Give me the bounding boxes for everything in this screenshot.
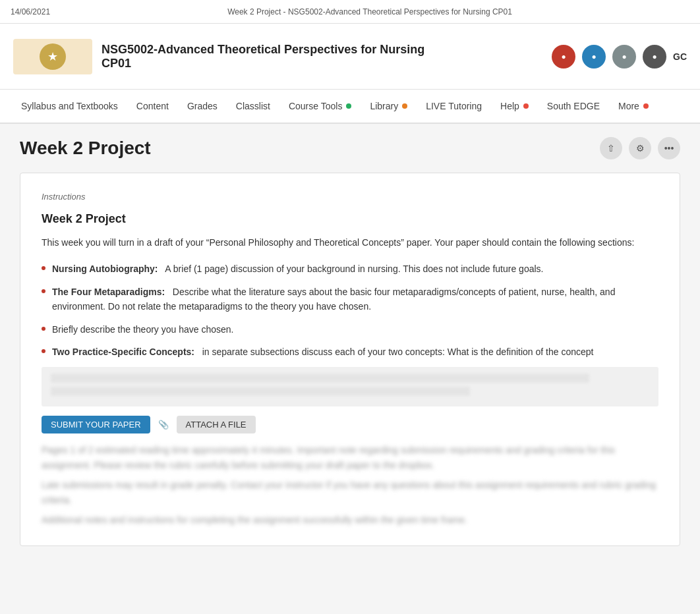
- list-item-4-label: Two Practice-Specific Concepts:: [52, 347, 194, 357]
- attach-label: 📎: [158, 420, 169, 430]
- nav-classlist-label: Classlist: [236, 101, 270, 111]
- list-item: Two Practice-Specific Concepts: in separ…: [42, 345, 658, 359]
- page-title-row: Week 2 Project ⇧ ⚙ •••: [20, 137, 680, 159]
- course-title: NSG5002-Advanced Theoretical Perspective…: [102, 43, 431, 70]
- nav-course-tools-label: Course Tools: [289, 101, 342, 111]
- list-bullet-3: [42, 327, 45, 331]
- avatar-3[interactable]: ●: [612, 45, 636, 69]
- blurred-line-2: [51, 387, 470, 396]
- page-title: Week 2 Project: [20, 138, 151, 159]
- logo-icon: ★: [40, 43, 66, 70]
- nav-course-tools[interactable]: Course Tools: [281, 97, 359, 115]
- content-intro: This week you will turn in a draft of yo…: [42, 235, 658, 250]
- nav-grades[interactable]: Grades: [179, 97, 225, 115]
- settings-icon[interactable]: ⚙: [629, 137, 651, 159]
- nav-live-tutoring-label: LIVE Tutoring: [426, 101, 482, 111]
- nav-syllabus[interactable]: Syllabus and Textbooks: [13, 97, 126, 115]
- user-initials: GC: [673, 51, 687, 62]
- list-item-2-label: The Four Metaparadigms:: [52, 287, 165, 297]
- submit-paper-button[interactable]: SUBMIT YOUR PAPER: [42, 416, 150, 433]
- nav-classlist[interactable]: Classlist: [228, 97, 278, 115]
- bottom-blurred-text-3: Additional notes and instructions for co…: [42, 513, 658, 527]
- list-item-4-text: Two Practice-Specific Concepts: in separ…: [52, 345, 593, 359]
- nav-help-label: Help: [500, 101, 519, 111]
- list-bullet-4: [42, 349, 45, 353]
- content-heading: Week 2 Project: [42, 212, 658, 226]
- page-browser-title: Week 2 Project - NSG5002-Advanced Theore…: [50, 7, 689, 16]
- nav-grades-label: Grades: [187, 101, 218, 111]
- page-content: Week 2 Project ⇧ ⚙ ••• Instructions Week…: [0, 124, 700, 614]
- nav-more-label: More: [618, 101, 639, 111]
- header-left: ★ NSG5002-Advanced Theoretical Perspecti…: [13, 39, 431, 74]
- bottom-blurred-text-1: Pages 1 of 2 estimated reading time appr…: [42, 443, 658, 472]
- blurred-section-1: [42, 367, 658, 406]
- logo: ★: [13, 39, 92, 74]
- nav-live-tutoring[interactable]: LIVE Tutoring: [418, 97, 490, 115]
- more-icon[interactable]: •••: [658, 137, 680, 159]
- main-nav: Syllabus and Textbooks Content Grades Cl…: [0, 90, 700, 124]
- list-bullet-1: [42, 266, 45, 270]
- nav-more[interactable]: More: [610, 97, 656, 115]
- list-item-3-text: Briefly describe the theory you have cho…: [52, 322, 234, 337]
- course-tools-dot: [346, 103, 351, 109]
- action-row: SUBMIT YOUR PAPER 📎 ATTACH A FILE: [42, 416, 658, 433]
- list-bullet-2: [42, 289, 45, 293]
- share-icon[interactable]: ⇧: [600, 137, 622, 159]
- nav-south-edge-label: South EDGE: [547, 101, 600, 111]
- avatar-1[interactable]: ●: [552, 45, 575, 69]
- instructions-label: Instructions: [42, 192, 658, 202]
- bottom-section: Pages 1 of 2 estimated reading time appr…: [42, 443, 658, 527]
- blurred-line-1: [51, 374, 589, 383]
- header-right: ● ● ● ● GC: [552, 45, 687, 69]
- nav-south-edge[interactable]: South EDGE: [539, 97, 608, 115]
- avatar-4[interactable]: ●: [643, 45, 666, 69]
- list-item-1-label: Nursing Autobiography:: [52, 264, 158, 274]
- avatar-2[interactable]: ●: [582, 45, 606, 69]
- list-item-2-text: The Four Metaparadigms: Describe what th…: [52, 285, 658, 314]
- nav-help[interactable]: Help: [492, 97, 537, 115]
- nav-syllabus-label: Syllabus and Textbooks: [21, 101, 118, 111]
- content-list: Nursing Autobiography: A brief (1 page) …: [42, 262, 658, 359]
- library-dot: [402, 103, 407, 109]
- nav-library[interactable]: Library: [362, 97, 415, 115]
- date-label: 14/06/2021: [11, 7, 50, 16]
- help-dot: [523, 103, 529, 109]
- list-item: The Four Metaparadigms: Describe what th…: [42, 285, 658, 314]
- list-item: Nursing Autobiography: A brief (1 page) …: [42, 262, 658, 276]
- top-bar: 14/06/2021 Week 2 Project - NSG5002-Adva…: [0, 0, 700, 24]
- content-box: Instructions Week 2 Project This week yo…: [20, 173, 680, 546]
- list-item-1-text: Nursing Autobiography: A brief (1 page) …: [52, 262, 543, 276]
- list-item: Briefly describe the theory you have cho…: [42, 322, 658, 337]
- nav-library-label: Library: [370, 101, 398, 111]
- page-title-icons: ⇧ ⚙ •••: [600, 137, 680, 159]
- site-header: ★ NSG5002-Advanced Theoretical Perspecti…: [0, 24, 700, 90]
- more-dot: [643, 103, 649, 109]
- nav-content[interactable]: Content: [129, 97, 177, 115]
- bottom-blurred-text-2: Late submissions may result in grade pen…: [42, 478, 658, 507]
- attach-file-button[interactable]: ATTACH A FILE: [177, 416, 256, 433]
- nav-content-label: Content: [136, 101, 169, 111]
